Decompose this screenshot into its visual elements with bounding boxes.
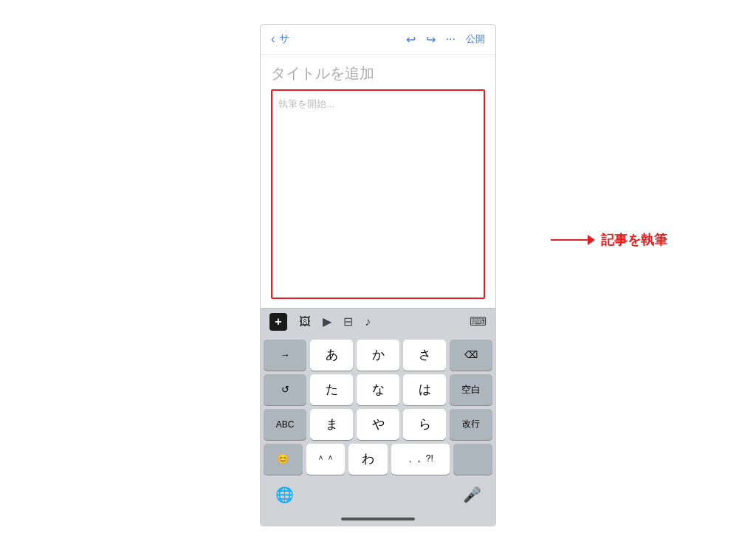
key-wa[interactable]: わ (348, 444, 388, 475)
keyboard-row-4: 😊 ＾＾ わ 、。?! (264, 444, 492, 475)
gallery-icon[interactable]: ⊟ (343, 314, 353, 329)
key-sa[interactable]: さ (403, 340, 446, 371)
title-placeholder[interactable]: タイトルを追加 (271, 63, 485, 83)
key-ya[interactable]: や (357, 409, 399, 440)
home-bar (341, 518, 415, 520)
writing-area[interactable]: 執筆を開始... (271, 89, 485, 299)
annotation-label: 記事を執筆 (601, 231, 667, 249)
publish-button[interactable]: 公開 (466, 32, 485, 46)
arrow-head (588, 235, 595, 245)
keyboard-row-2: ↺ た な は 空白 (264, 374, 492, 405)
keyboard-hide-icon[interactable]: ⌨ (470, 314, 487, 329)
arrow-shaft (551, 239, 588, 241)
music-icon[interactable]: ♪ (365, 315, 371, 329)
page-wrapper: ‹ サ ↩ ↪ ··· 公開 タイトルを追加 執筆を開始... + 🖼 ▶ ⊟ … (0, 0, 756, 550)
video-icon[interactable]: ▶ (323, 314, 331, 329)
key-na[interactable]: な (357, 374, 399, 405)
nav-bar: ‹ サ ↩ ↪ ··· 公開 (261, 25, 495, 55)
arrow (551, 235, 595, 245)
add-block-button[interactable]: + (269, 313, 287, 331)
key-undo[interactable]: ↺ (264, 374, 306, 405)
key-ka[interactable]: か (357, 340, 399, 371)
keyboard-bottom-row: 🌐 🎤 (264, 478, 492, 509)
key-ha[interactable]: は (403, 374, 446, 405)
mic-icon[interactable]: 🎤 (457, 481, 487, 508)
keyboard-row-1: → あ か さ ⌫ (264, 340, 492, 371)
key-a[interactable]: あ (310, 340, 353, 371)
nav-back-label[interactable]: サ (279, 32, 289, 46)
annotation: 記事を執筆 (551, 231, 667, 249)
image-icon[interactable]: 🖼 (299, 315, 311, 329)
keyboard: → あ か さ ⌫ ↺ た な は 空白 ABC ま や ら 改行 (261, 335, 495, 512)
key-empty (453, 444, 492, 475)
toolbar: + 🖼 ▶ ⊟ ♪ ⌨ (261, 308, 495, 335)
content-area: タイトルを追加 執筆を開始... (261, 55, 495, 308)
key-ra[interactable]: ら (403, 409, 446, 440)
key-caret[interactable]: ＾＾ (306, 444, 346, 475)
key-delete[interactable]: ⌫ (450, 340, 492, 371)
phone-frame: ‹ サ ↩ ↪ ··· 公開 タイトルを追加 執筆を開始... + 🖼 ▶ ⊟ … (260, 24, 496, 526)
key-emoji[interactable]: 😊 (264, 444, 303, 475)
nav-actions: ↩ ↪ ··· 公開 (406, 32, 485, 47)
more-icon[interactable]: ··· (446, 32, 456, 46)
back-chevron-icon: ‹ (271, 32, 275, 46)
key-return[interactable]: 改行 (450, 409, 492, 440)
keyboard-row-3: ABC ま や ら 改行 (264, 409, 492, 440)
key-ma[interactable]: ま (310, 409, 353, 440)
key-abc[interactable]: ABC (264, 409, 306, 440)
key-space[interactable]: 空白 (450, 374, 492, 405)
redo-icon[interactable]: ↪ (426, 32, 436, 47)
key-punctuation[interactable]: 、。?! (391, 444, 450, 475)
body-placeholder: 執筆を開始... (278, 98, 334, 109)
home-indicator (261, 512, 495, 526)
globe-icon[interactable]: 🌐 (269, 481, 299, 508)
undo-icon[interactable]: ↩ (406, 32, 416, 47)
key-ta[interactable]: た (310, 374, 353, 405)
key-arrow[interactable]: → (264, 340, 306, 371)
